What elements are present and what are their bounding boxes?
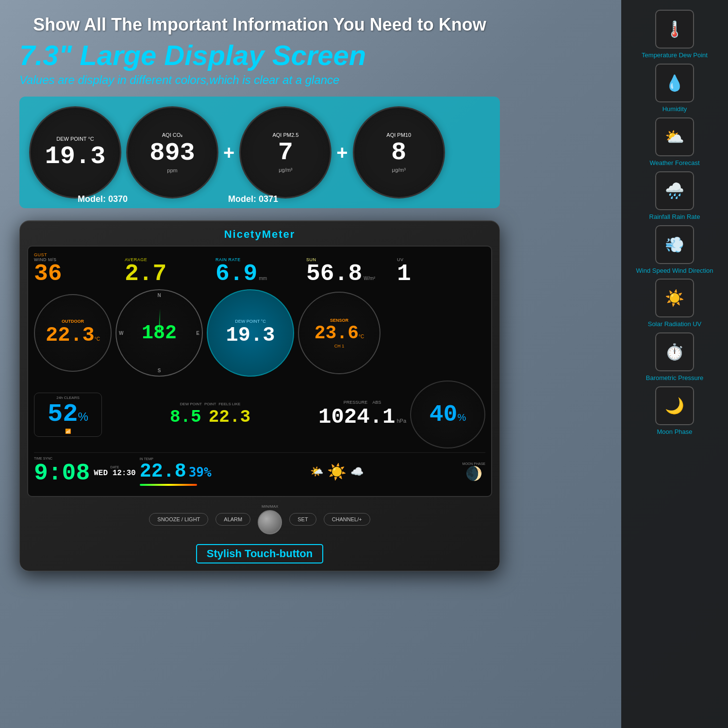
forecast-label: Weather Forecast bbox=[649, 159, 699, 167]
alarm-button[interactable]: ALARM bbox=[215, 513, 250, 526]
sun-block: SUN 56.8 W/m² bbox=[306, 257, 395, 285]
knob-area: MIN/MAX bbox=[258, 504, 282, 534]
temp-bar bbox=[140, 484, 197, 486]
sensor-label: SENSOR bbox=[330, 318, 348, 323]
rainfall-label: Rainfall Rain Rate bbox=[649, 213, 700, 221]
gauge1-value: 19.3 bbox=[45, 144, 106, 169]
set-button[interactable]: SET bbox=[289, 513, 316, 526]
humidity-sidebar-label: Humidity bbox=[662, 105, 687, 114]
compass-circle: N S E W 182 bbox=[116, 289, 203, 377]
sidebar-item-rainfall: 🌧️ Rainfall Rain Rate bbox=[629, 171, 721, 221]
station-buttons: SNOOZE / LIGHT ALARM MIN/MAX SET CHANNEL… bbox=[27, 497, 492, 539]
date-value: WED 12:30 bbox=[94, 469, 135, 478]
weather-station: NicetyMeter GUST WIND m/s 36 AVERAGE 2.7… bbox=[19, 220, 500, 571]
forecast-icon: ⛅ bbox=[655, 117, 694, 156]
moon-phase-icon: 🌒 bbox=[465, 465, 482, 481]
pressure-icon: ⏱️ bbox=[655, 332, 694, 371]
sensor-ch: CH 1 bbox=[334, 344, 345, 348]
cloud2-icon: ☁️ bbox=[350, 465, 364, 478]
indoor-block: IN TEMP 22.8 39% bbox=[140, 457, 212, 486]
rain-block: RAIN RATE 6.9 mm bbox=[215, 257, 304, 285]
average-value: 2.7 bbox=[125, 262, 213, 285]
rainfall-icon: 🌧️ bbox=[655, 171, 694, 210]
uv-value: 1 bbox=[397, 262, 485, 285]
gauge2-label: AQI CO₂ bbox=[162, 132, 183, 138]
pressure-abs: ABS bbox=[372, 400, 381, 405]
model-0370-label: Model: 0370 bbox=[78, 194, 128, 204]
gust-block: GUST WIND m/s 36 bbox=[34, 252, 122, 285]
channel-button[interactable]: CHANNEL/+ bbox=[324, 513, 370, 526]
humidity-value: 52 bbox=[48, 400, 78, 429]
sidebar-item-temperature: 🌡️ Temperature Dew Point bbox=[629, 10, 721, 60]
dewpoint-label: DEW POINT °C bbox=[235, 319, 265, 324]
pressure-sidebar-label: Barometric Pressure bbox=[646, 374, 703, 382]
sun-unit: W/m² bbox=[364, 276, 375, 281]
display-screen: GUST WIND m/s 36 AVERAGE 2.7 RAIN RATE 6… bbox=[27, 246, 492, 497]
dew-point-gauge: DEW POINT °C 19.3 bbox=[29, 106, 121, 199]
sidebar-item-wind: 💨 Wind Speed Wind Direction bbox=[629, 225, 721, 275]
humidity-icon: 💧 bbox=[655, 64, 694, 102]
dew-label: DEW POINT bbox=[180, 402, 202, 406]
solar-label: Solar Radiation UV bbox=[648, 320, 702, 329]
dewpoint-value: 19.3 bbox=[226, 324, 275, 347]
point-label: POINT bbox=[204, 402, 216, 406]
gauge2-unit: ppm bbox=[167, 167, 177, 173]
humidity-label: 24h CLEARS bbox=[56, 396, 80, 400]
average-block: AVERAGE 2.7 bbox=[125, 257, 213, 285]
sidebar-item-humidity: 💧 Humidity bbox=[629, 64, 721, 114]
compass-east: E bbox=[196, 331, 199, 336]
knob-control[interactable] bbox=[258, 510, 282, 534]
time-block: TIME SYNC 9:08 bbox=[34, 457, 90, 486]
gauge3-label: AQI PM2.5 bbox=[272, 132, 298, 138]
moon-block: MOON PHASE 🌒 bbox=[463, 462, 485, 481]
outdoor-value: 22.3 bbox=[46, 324, 95, 347]
compass-north: N bbox=[157, 293, 161, 298]
humidity-pct: % bbox=[78, 410, 88, 424]
sidebar-item-solar: ☀️ Solar Radiation UV bbox=[629, 279, 721, 329]
sun-icon: ☀️ bbox=[327, 463, 347, 481]
outdoor-unit: °C bbox=[95, 336, 100, 342]
hum2-value: 40 bbox=[430, 401, 458, 428]
gauge3-value: 7 bbox=[278, 140, 293, 165]
main-content: Show All The Important Information You N… bbox=[0, 0, 519, 728]
gauge4-label: AQI PM10 bbox=[386, 132, 411, 138]
dew-feels-block: DEW POINT POINT FEELS LIKE 8.5 22.3 bbox=[106, 402, 314, 427]
date-block: DATE WED 12:30 bbox=[94, 465, 135, 478]
sensor-unit: °C bbox=[359, 334, 364, 339]
indoor-value: 22.8 bbox=[140, 461, 186, 482]
touch-label-container: Stylish Touch-button bbox=[27, 542, 492, 563]
gust-label: GUST bbox=[34, 252, 122, 257]
dewpoint-gauge: DEW POINT °C 19.3 bbox=[207, 289, 294, 377]
indoor-label: IN TEMP bbox=[140, 457, 212, 461]
pm10-gauge: AQI PM10 8 μg/m³ bbox=[353, 106, 445, 199]
bottom-row: TIME SYNC 9:08 DATE WED 12:30 IN TEMP 22… bbox=[34, 452, 485, 490]
sidebar-item-pressure: ⏱️ Barometric Pressure bbox=[629, 332, 721, 382]
pressure-block: PRESSURE ABS 1024.1 hPa bbox=[318, 400, 406, 429]
moon-icon: 🌙 bbox=[655, 386, 694, 425]
subtitle: Values are display in different colors,w… bbox=[19, 73, 500, 87]
gust-value: 36 bbox=[34, 262, 122, 285]
pressure-value: 1024.1 bbox=[318, 405, 395, 429]
feels-label: FEELS LIKE bbox=[218, 402, 240, 406]
sidebar-item-weather-forecast: ⛅ Weather Forecast bbox=[629, 117, 721, 167]
large-display-title: 7.3" Large Display Screen bbox=[19, 39, 500, 71]
cloud-icon: 🌤️ bbox=[310, 465, 323, 478]
snooze-button[interactable]: SNOOZE / LIGHT bbox=[149, 513, 208, 526]
dew-value: 8.5 bbox=[170, 407, 201, 427]
sensor-gauge: SENSOR 23.6 °C CH 1 bbox=[298, 292, 381, 374]
rain-value: 6.9 bbox=[215, 262, 257, 285]
moon-sidebar-label: Moon Phase bbox=[657, 428, 693, 436]
gauge3-unit: μg/m³ bbox=[279, 167, 292, 173]
sidebar-item-moon: 🌙 Moon Phase bbox=[629, 386, 721, 436]
uv-block: UV 1 bbox=[397, 257, 485, 285]
humidity2-gauge: 40 % bbox=[410, 381, 485, 448]
middle-section: OUTDOOR 22.3 °C N S E W 182 bbox=[34, 289, 485, 377]
outdoor-label: OUTDOOR bbox=[62, 319, 84, 324]
top-metrics-row: GUST WIND m/s 36 AVERAGE 2.7 RAIN RATE 6… bbox=[34, 252, 485, 285]
right-sidebar: 🌡️ Temperature Dew Point 💧 Humidity ⛅ We… bbox=[621, 0, 728, 728]
model-0371-label: Model: 0371 bbox=[228, 194, 278, 204]
compass-west: W bbox=[119, 331, 123, 336]
pressure-label: PRESSURE bbox=[344, 400, 368, 405]
humidity-block: 24h CLEARS 52 % 📶 bbox=[34, 393, 102, 437]
sensor-value: 23.6 bbox=[314, 323, 359, 344]
